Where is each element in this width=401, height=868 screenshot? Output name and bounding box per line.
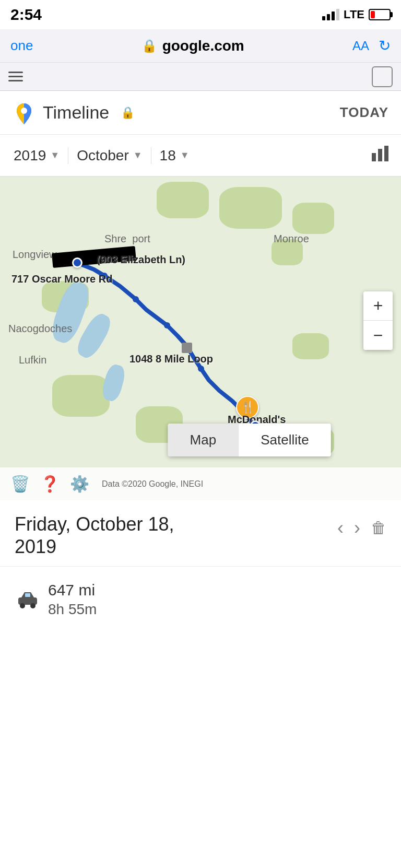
map-copyright: Data ©2020 Google, INEGI bbox=[102, 479, 203, 489]
stats-duration: 8h 55m bbox=[48, 601, 97, 618]
year-value: 2019 bbox=[14, 147, 46, 164]
tab-bar bbox=[0, 63, 401, 91]
stats-distance: 647 mi bbox=[48, 581, 97, 599]
tab-switcher[interactable] bbox=[372, 66, 393, 87]
map-label-monroe: Monroe bbox=[274, 233, 309, 245]
browser-actions: AA ↻ bbox=[352, 37, 391, 54]
settings-icon[interactable]: ⚙️ bbox=[70, 475, 89, 493]
svg-point-6 bbox=[164, 322, 170, 329]
date-nav-title: Friday, October 18, 2019 bbox=[15, 513, 174, 558]
refresh-btn[interactable]: ↻ bbox=[379, 37, 391, 54]
status-icons: LTE bbox=[322, 8, 391, 21]
svg-point-7 bbox=[198, 366, 204, 372]
network-type: LTE bbox=[344, 8, 364, 21]
month-dropdown-arrow: ▼ bbox=[133, 150, 143, 161]
month-value: October bbox=[77, 147, 129, 164]
route-start-dot bbox=[72, 257, 82, 268]
car-icon bbox=[15, 587, 41, 613]
timeline-header: Timeline 🔒 TODAY bbox=[0, 91, 401, 135]
svg-point-10 bbox=[20, 603, 25, 608]
satellite-view-btn[interactable]: Satellite bbox=[239, 424, 331, 456]
status-bar: 2:54 LTE bbox=[0, 0, 401, 29]
chart-icon[interactable] bbox=[364, 144, 396, 167]
browser-url-area[interactable]: 🔒 google.com bbox=[33, 38, 352, 54]
timeline-title-text: Timeline bbox=[43, 102, 109, 123]
location-8mile: 1048 8 Mile Loop bbox=[129, 353, 213, 365]
svg-point-5 bbox=[133, 296, 139, 302]
map-satellite-toggle: Map Satellite N bbox=[168, 424, 331, 456]
zoom-in-button[interactable]: + bbox=[363, 291, 393, 321]
map-label-lufkin: Lufkin bbox=[19, 354, 46, 366]
zoom-controls: + − bbox=[363, 291, 393, 350]
svg-rect-2 bbox=[378, 149, 382, 161]
location-oscar-moore: 717 Oscar Moore Rd bbox=[11, 273, 112, 285]
ssl-lock-icon: 🔒 bbox=[141, 39, 157, 53]
map-view-btn[interactable]: Map bbox=[168, 424, 239, 456]
date-selector: 2019 ▼ October ▼ 18 ▼ bbox=[0, 135, 401, 177]
svg-point-0 bbox=[21, 108, 27, 114]
car-svg bbox=[16, 588, 39, 611]
location-elizabeth: (903 Elizabeth Ln) bbox=[97, 254, 185, 266]
hamburger-menu[interactable] bbox=[8, 72, 23, 81]
stats-text: 647 mi 8h 55m bbox=[48, 581, 97, 618]
next-day-button[interactable]: › bbox=[354, 517, 360, 539]
date-navigation: Friday, October 18, 2019 ‹ › 🗑 bbox=[0, 500, 401, 567]
map-label-shreveport: Shre port bbox=[104, 233, 150, 245]
timeline-lock-icon: 🔒 bbox=[121, 106, 135, 120]
date-nav-title-line1: Friday, October 18, bbox=[15, 513, 174, 535]
year-selector[interactable]: 2019 ▼ bbox=[5, 147, 68, 164]
date-nav-arrows: ‹ › 🗑 bbox=[337, 513, 386, 539]
month-selector[interactable]: October ▼ bbox=[68, 147, 151, 164]
svg-rect-8 bbox=[182, 343, 192, 353]
delete-day-button[interactable]: 🗑 bbox=[371, 519, 386, 537]
svg-rect-3 bbox=[384, 146, 388, 161]
year-dropdown-arrow: ▼ bbox=[50, 150, 60, 161]
google-maps-icon bbox=[13, 101, 36, 124]
day-selector[interactable]: 18 ▼ bbox=[151, 147, 198, 164]
svg-rect-1 bbox=[372, 153, 376, 161]
browser-domain: google.com bbox=[162, 38, 244, 54]
prev-day-button[interactable]: ‹ bbox=[337, 517, 344, 539]
browser-bar: one 🔒 google.com AA ↻ bbox=[0, 29, 401, 63]
browser-back-btn[interactable]: one bbox=[10, 38, 33, 54]
signal-icon bbox=[322, 9, 339, 20]
timeline-title-area: Timeline 🔒 bbox=[13, 101, 135, 124]
battery-icon bbox=[369, 9, 391, 20]
today-button[interactable]: TODAY bbox=[340, 104, 388, 121]
help-icon[interactable]: ❓ bbox=[40, 475, 60, 493]
day-dropdown-arrow: ▼ bbox=[180, 150, 190, 161]
map-label-longview: Longview bbox=[13, 249, 57, 261]
svg-rect-12 bbox=[25, 593, 30, 597]
status-time: 2:54 bbox=[10, 6, 42, 24]
zoom-out-button[interactable]: − bbox=[363, 321, 393, 350]
svg-point-11 bbox=[30, 603, 36, 608]
map-container[interactable]: Longview Shre port Monroe Nacogdoches Lu… bbox=[0, 177, 401, 500]
map-bottom-controls: 🗑️ ❓ ⚙️ Data ©2020 Google, INEGI bbox=[0, 467, 401, 500]
map-label-nacogdoches: Nacogdoches bbox=[8, 323, 72, 335]
stats-section: 647 mi 8h 55m bbox=[0, 567, 401, 632]
day-value: 18 bbox=[160, 147, 176, 164]
delete-map-icon[interactable]: 🗑️ bbox=[10, 475, 30, 493]
date-nav-title-line2: 2019 bbox=[15, 535, 174, 558]
text-size-btn[interactable]: AA bbox=[352, 39, 369, 53]
